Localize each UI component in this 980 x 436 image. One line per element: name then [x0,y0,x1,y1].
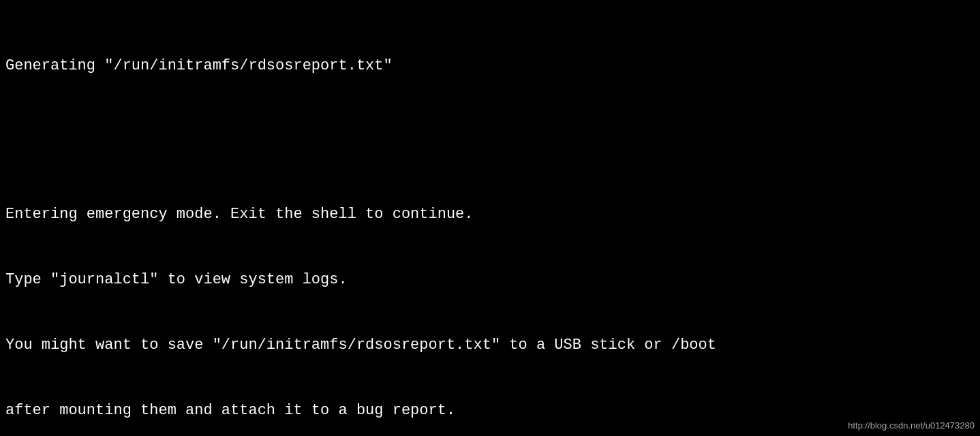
terminal-line-7: after mounting them and attach it to a b… [5,399,975,422]
terminal-line-4: Entering emergency mode. Exit the shell … [5,203,975,226]
terminal-line-1: Generating "/run/initramfs/rdsosreport.t… [5,54,975,78]
terminal-line-5: Type "journalctl" to view system logs. [5,268,975,292]
watermark: http://blog.csdn.net/u012473280 [848,420,975,431]
terminal-window: Generating "/run/initramfs/rdsosreport.t… [0,0,980,436]
terminal-line-6: You might want to save "/run/initramfs/r… [5,334,975,357]
